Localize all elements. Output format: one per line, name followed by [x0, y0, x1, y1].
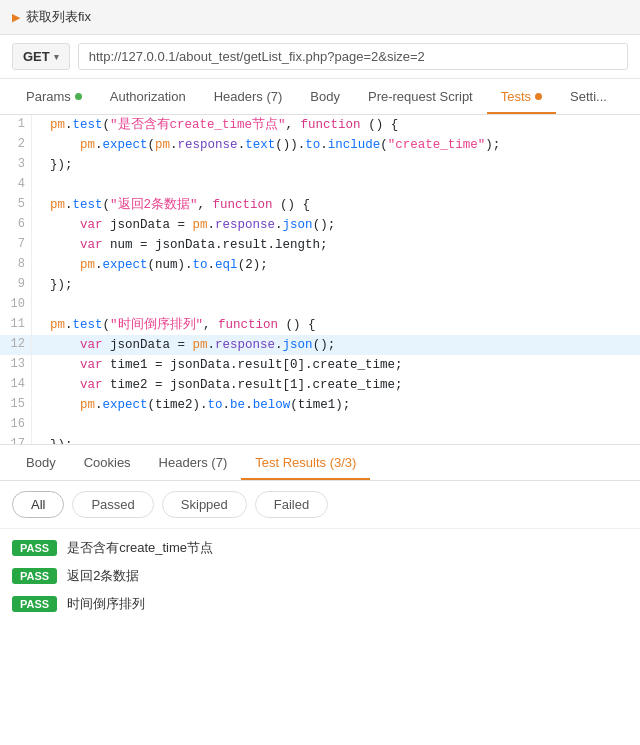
- code-line-3: 3 });: [0, 155, 640, 175]
- line-num-5: 5: [0, 195, 32, 215]
- code-line-8: 8 pm.expect(num).to.eql(2);: [0, 255, 640, 275]
- code-content-15: pm.expect(time2).to.be.below(time1);: [42, 395, 640, 415]
- tests-dot: [535, 93, 542, 100]
- code-line-11: 11 pm.test("时间倒序排列", function () {: [0, 315, 640, 335]
- code-line-1: 1 pm.test("是否含有create_time节点", function …: [0, 115, 640, 135]
- line-num-3: 3: [0, 155, 32, 175]
- test-2-badge: PASS: [12, 568, 57, 584]
- code-content-13: var time1 = jsonData.result[0].create_ti…: [42, 355, 640, 375]
- tab-pre-request[interactable]: Pre-request Script: [354, 79, 487, 114]
- expand-arrow-icon[interactable]: ▶: [12, 11, 20, 24]
- code-content-1: pm.test("是否含有create_time节点", function ()…: [42, 115, 640, 135]
- params-dot: [75, 93, 82, 100]
- filter-failed-button[interactable]: Failed: [255, 491, 328, 518]
- code-content-12: var jsonData = pm.response.json();: [42, 335, 640, 355]
- tab-params[interactable]: Params: [12, 79, 96, 114]
- test-2-label: 返回2条数据: [67, 567, 139, 585]
- code-line-14: 14 var time2 = jsonData.result[1].create…: [0, 375, 640, 395]
- code-content-17: });: [42, 435, 640, 445]
- tab-authorization-label: Authorization: [110, 89, 186, 104]
- tab-authorization[interactable]: Authorization: [96, 79, 200, 114]
- tab-cookies[interactable]: Cookies: [70, 445, 145, 480]
- filter-skipped-button[interactable]: Skipped: [162, 491, 247, 518]
- code-content-9: });: [42, 275, 640, 295]
- tab-tests[interactable]: Tests: [487, 79, 556, 114]
- test-3-badge: PASS: [12, 596, 57, 612]
- code-editor[interactable]: 1 pm.test("是否含有create_time节点", function …: [0, 115, 640, 445]
- test-1-label: 是否含有create_time节点: [67, 539, 213, 557]
- test-item-2: PASS 返回2条数据: [12, 567, 628, 585]
- bottom-tabs: Body Cookies Headers (7) Test Results (3…: [0, 445, 640, 481]
- code-line-17: 17 });: [0, 435, 640, 445]
- line-num-2: 2: [0, 135, 32, 155]
- code-content-6: var jsonData = pm.response.json();: [42, 215, 640, 235]
- test-item-3: PASS 时间倒序排列: [12, 595, 628, 613]
- method-arrow-icon: ▾: [54, 52, 59, 62]
- code-line-12: 12 var jsonData = pm.response.json();: [0, 335, 640, 355]
- code-line-6: 6 var jsonData = pm.response.json();: [0, 215, 640, 235]
- line-num-1: 1: [0, 115, 32, 135]
- tab-headers-result[interactable]: Headers (7): [145, 445, 242, 480]
- tab-body-result-label: Body: [26, 455, 56, 470]
- line-num-15: 15: [0, 395, 32, 415]
- line-num-17: 17: [0, 435, 32, 445]
- code-content-7: var num = jsonData.result.length;: [42, 235, 640, 255]
- code-line-15: 15 pm.expect(time2).to.be.below(time1);: [0, 395, 640, 415]
- tab-settings[interactable]: Setti...: [556, 79, 621, 114]
- title-bar: ▶ 获取列表fix: [0, 0, 640, 35]
- line-num-11: 11: [0, 315, 32, 335]
- tab-headers-result-label: Headers (7): [159, 455, 228, 470]
- test-results-list: PASS 是否含有create_time节点 PASS 返回2条数据 PASS …: [0, 529, 640, 623]
- code-line-10: 10: [0, 295, 640, 315]
- tab-pre-request-label: Pre-request Script: [368, 89, 473, 104]
- code-content-8: pm.expect(num).to.eql(2);: [42, 255, 640, 275]
- page-title: 获取列表fix: [26, 8, 91, 26]
- line-num-7: 7: [0, 235, 32, 255]
- code-content-10: [42, 295, 640, 315]
- url-bar: GET ▾: [0, 35, 640, 79]
- tab-settings-label: Setti...: [570, 89, 607, 104]
- line-num-4: 4: [0, 175, 32, 195]
- tab-body-result[interactable]: Body: [12, 445, 70, 480]
- code-line-7: 7 var num = jsonData.result.length;: [0, 235, 640, 255]
- filter-passed-button[interactable]: Passed: [72, 491, 153, 518]
- line-num-14: 14: [0, 375, 32, 395]
- line-num-8: 8: [0, 255, 32, 275]
- code-line-2: 2 pm.expect(pm.response.text()).to.inclu…: [0, 135, 640, 155]
- tab-headers-label: Headers (7): [214, 89, 283, 104]
- code-content-3: });: [42, 155, 640, 175]
- url-input[interactable]: [78, 43, 628, 70]
- method-label: GET: [23, 49, 50, 64]
- code-line-5: 5 pm.test("返回2条数据", function () {: [0, 195, 640, 215]
- code-content-4: [42, 175, 640, 195]
- line-num-6: 6: [0, 215, 32, 235]
- code-line-4: 4: [0, 175, 640, 195]
- filter-row: All Passed Skipped Failed: [0, 481, 640, 529]
- tab-body-label: Body: [310, 89, 340, 104]
- tab-test-results[interactable]: Test Results (3/3): [241, 445, 370, 480]
- line-num-10: 10: [0, 295, 32, 315]
- code-content-11: pm.test("时间倒序排列", function () {: [42, 315, 640, 335]
- line-num-13: 13: [0, 355, 32, 375]
- code-content-16: [42, 415, 640, 435]
- tab-body[interactable]: Body: [296, 79, 354, 114]
- tab-headers[interactable]: Headers (7): [200, 79, 297, 114]
- filter-all-button[interactable]: All: [12, 491, 64, 518]
- code-content-14: var time2 = jsonData.result[1].create_ti…: [42, 375, 640, 395]
- tab-tests-label: Tests: [501, 89, 531, 104]
- test-1-badge: PASS: [12, 540, 57, 556]
- code-line-9: 9 });: [0, 275, 640, 295]
- code-line-13: 13 var time1 = jsonData.result[0].create…: [0, 355, 640, 375]
- tab-params-label: Params: [26, 89, 71, 104]
- code-line-16: 16: [0, 415, 640, 435]
- method-select[interactable]: GET ▾: [12, 43, 70, 70]
- top-tabs: Params Authorization Headers (7) Body Pr…: [0, 79, 640, 115]
- tab-cookies-label: Cookies: [84, 455, 131, 470]
- test-item-1: PASS 是否含有create_time节点: [12, 539, 628, 557]
- code-content-5: pm.test("返回2条数据", function () {: [42, 195, 640, 215]
- line-num-9: 9: [0, 275, 32, 295]
- test-3-label: 时间倒序排列: [67, 595, 145, 613]
- line-num-16: 16: [0, 415, 32, 435]
- tab-test-results-label: Test Results (3/3): [255, 455, 356, 470]
- code-content-2: pm.expect(pm.response.text()).to.include…: [42, 135, 640, 155]
